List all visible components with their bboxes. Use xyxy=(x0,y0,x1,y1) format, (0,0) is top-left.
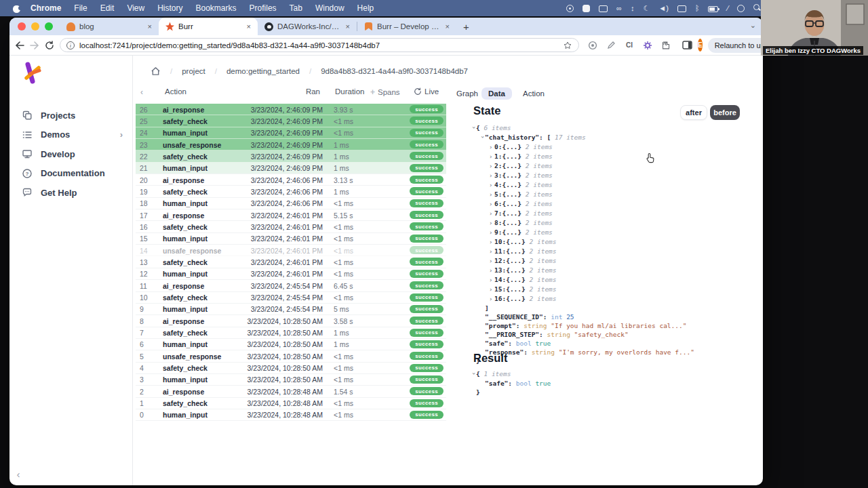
before-button[interactable]: before xyxy=(710,105,740,120)
table-row[interactable]: 18 human_input 3/23/2024, 2:46:06 PM <1 … xyxy=(136,198,446,209)
row-action-name[interactable]: ai_response xyxy=(163,211,204,220)
table-row[interactable]: 16 safety_check 3/23/2024, 2:46:01 PM <1… xyxy=(136,221,446,232)
tab-blog[interactable]: blog × xyxy=(60,18,159,35)
table-row[interactable]: 21 human_input 3/23/2024, 2:46:09 PM 1 m… xyxy=(136,163,446,174)
row-action-name[interactable]: safety_check xyxy=(163,188,208,196)
table-row[interactable]: 15 human_input 3/23/2024, 2:46:01 PM <1 … xyxy=(136,233,446,245)
chevron-right-icon[interactable]: › xyxy=(120,129,123,140)
keyboard-status-icon[interactable] xyxy=(677,5,686,12)
row-action-name[interactable]: unsafe_response xyxy=(163,141,221,149)
table-row[interactable]: 3 human_input 3/23/2024, 10:28:50 AM <1 … xyxy=(136,374,446,386)
row-action-name[interactable]: human_input xyxy=(163,270,208,278)
url-text[interactable]: localhost:7241/project/demo:getting_star… xyxy=(79,41,558,49)
json-line[interactable]: ›"chat_history": [ 17 items xyxy=(471,133,694,142)
tab-close-icon[interactable]: × xyxy=(245,22,252,30)
privacy-extension-icon[interactable] xyxy=(587,40,598,51)
ci-extension-icon[interactable]: CI xyxy=(624,40,635,51)
pen-extension-icon[interactable] xyxy=(606,40,616,51)
table-row[interactable]: 26 ai_response 3/23/2024, 2:46:09 PM 3.9… xyxy=(136,104,446,115)
collapse-sidebar-button[interactable]: ‹ xyxy=(11,466,26,481)
json-expand-arrow[interactable]: › xyxy=(489,228,494,237)
row-action-name[interactable]: human_input xyxy=(163,340,208,348)
moon-status-icon[interactable]: ☾ xyxy=(643,4,650,12)
bluetooth-status-icon[interactable]: ᛒ xyxy=(695,4,700,12)
back-button[interactable] xyxy=(15,39,24,52)
json-expand-arrow[interactable]: › xyxy=(489,190,494,199)
menubar-menu-item[interactable]: Chrome xyxy=(31,3,61,13)
json-expand-arrow[interactable]: › xyxy=(489,181,494,190)
json-line[interactable]: ›9:{...} 2 items xyxy=(471,228,694,237)
sidebar-item-demos[interactable]: Demos › xyxy=(9,125,132,145)
row-action-name[interactable]: safety_check xyxy=(163,293,208,302)
minimize-window-button[interactable] xyxy=(31,22,39,30)
tab-github-burr[interactable]: DAGWorks-Inc/burr: Build ap × xyxy=(258,18,357,35)
row-action-name[interactable]: ai_response xyxy=(163,282,204,290)
row-action-name[interactable]: ai_response xyxy=(163,317,204,325)
row-action-name[interactable]: human_input xyxy=(163,164,208,172)
table-row[interactable]: 14 unsafe_response 3/23/2024, 2:46:01 PM… xyxy=(136,245,446,256)
table-row[interactable]: 8 ai_response 3/23/2024, 10:28:50 AM 3.5… xyxy=(136,315,446,327)
breadcrumb-project[interactable]: project xyxy=(182,67,205,75)
row-action-name[interactable]: safety_check xyxy=(163,117,208,125)
row-action-name[interactable]: safety_check xyxy=(163,329,208,337)
json-expand-arrow[interactable]: › xyxy=(489,257,494,266)
profile-avatar[interactable]: E xyxy=(698,39,703,52)
row-action-name[interactable]: ai_response xyxy=(163,106,204,114)
table-row[interactable]: 6 human_input 3/23/2024, 10:28:50 AM 1 m… xyxy=(136,339,446,350)
forward-button[interactable] xyxy=(30,39,39,52)
row-action-name[interactable]: safety_check xyxy=(163,364,208,372)
row-action-name[interactable]: human_input xyxy=(163,375,208,384)
json-line[interactable]: "safe": bool true xyxy=(471,339,694,348)
json-expand-arrow[interactable]: › xyxy=(489,285,494,294)
json-line[interactable]: ›5:{...} 2 items xyxy=(471,190,694,199)
json-expand-arrow[interactable]: › xyxy=(489,209,494,218)
json-expand-arrow[interactable]: › xyxy=(478,136,487,141)
new-tab-button[interactable]: + xyxy=(456,21,476,33)
bookmark-star-icon[interactable] xyxy=(563,41,572,50)
menubar-menu-item[interactable]: Help xyxy=(357,3,374,13)
row-action-name[interactable]: safety_check xyxy=(163,152,208,161)
row-action-name[interactable]: human_input xyxy=(163,305,208,313)
row-action-name[interactable]: ai_response xyxy=(163,176,204,184)
json-expand-arrow[interactable]: › xyxy=(469,372,478,378)
table-row[interactable]: 20 ai_response 3/23/2024, 2:46:06 PM 3.1… xyxy=(136,174,446,186)
row-action-name[interactable]: safety_check xyxy=(163,258,208,266)
address-bar[interactable]: i localhost:7241/project/demo:getting_st… xyxy=(60,38,579,52)
json-line[interactable]: ›1:{...} 2 items xyxy=(471,152,694,161)
column-header-spans[interactable]: + Spans xyxy=(370,87,400,97)
live-toggle[interactable]: Live xyxy=(414,87,439,96)
table-row[interactable]: 23 unsafe_response 3/23/2024, 2:46:09 PM… xyxy=(136,139,446,150)
row-action-name[interactable]: human_input xyxy=(163,235,208,243)
volume-status-icon[interactable]: ◄) xyxy=(658,4,669,12)
table-row[interactable]: 12 human_input 3/23/2024, 2:46:01 PM <1 … xyxy=(136,268,446,280)
collapse-table-chevron[interactable]: ‹ xyxy=(140,87,143,97)
menubar-menu-item[interactable]: Profiles xyxy=(250,3,277,13)
json-line[interactable]: "safe": bool true xyxy=(471,379,551,388)
extensions-puzzle-icon[interactable] xyxy=(660,40,671,51)
json-expand-arrow[interactable]: › xyxy=(489,238,494,247)
record-status-icon[interactable] xyxy=(737,5,745,12)
json-line[interactable]: ›{ 6 items xyxy=(471,123,694,133)
gauge-status-icon[interactable] xyxy=(566,5,574,12)
battery-status-icon[interactable] xyxy=(708,6,718,12)
table-row[interactable]: 19 safety_check 3/23/2024, 2:46:06 PM 1 … xyxy=(136,186,446,197)
pen-slash-status-icon[interactable]: ⁄ xyxy=(727,4,728,12)
home-icon[interactable] xyxy=(151,66,161,76)
menubar-menu-item[interactable]: Tab xyxy=(290,3,302,13)
json-line[interactable]: "__PRIOR_STEP": string "safety_check" xyxy=(471,330,694,339)
json-line[interactable]: ›13:{...} 2 items xyxy=(471,266,694,275)
tab-burr-active[interactable]: Burr × xyxy=(159,18,258,35)
json-expand-arrow[interactable]: › xyxy=(489,247,494,256)
table-row[interactable]: 17 ai_response 3/23/2024, 2:46:01 PM 5.1… xyxy=(136,209,446,221)
json-expand-arrow[interactable]: › xyxy=(489,219,494,228)
json-line[interactable]: ›6:{...} 2 items xyxy=(471,199,694,209)
breadcrumb-demo[interactable]: demo:getting_started xyxy=(226,67,300,75)
json-line[interactable]: ›2:{...} 2 items xyxy=(471,161,694,171)
row-action-name[interactable]: human_input xyxy=(163,199,208,207)
side-panel-icon[interactable] xyxy=(682,40,692,51)
json-line[interactable]: ›8:{...} 2 items xyxy=(471,218,694,228)
row-action-name[interactable]: safety_check xyxy=(163,223,208,231)
menubar-menu-item[interactable]: History xyxy=(157,3,182,13)
tab-burr-docs[interactable]: Burr – Develop Stateful AI Ap × xyxy=(357,18,456,35)
json-line[interactable]: ›16:{...} 2 items xyxy=(471,294,694,304)
